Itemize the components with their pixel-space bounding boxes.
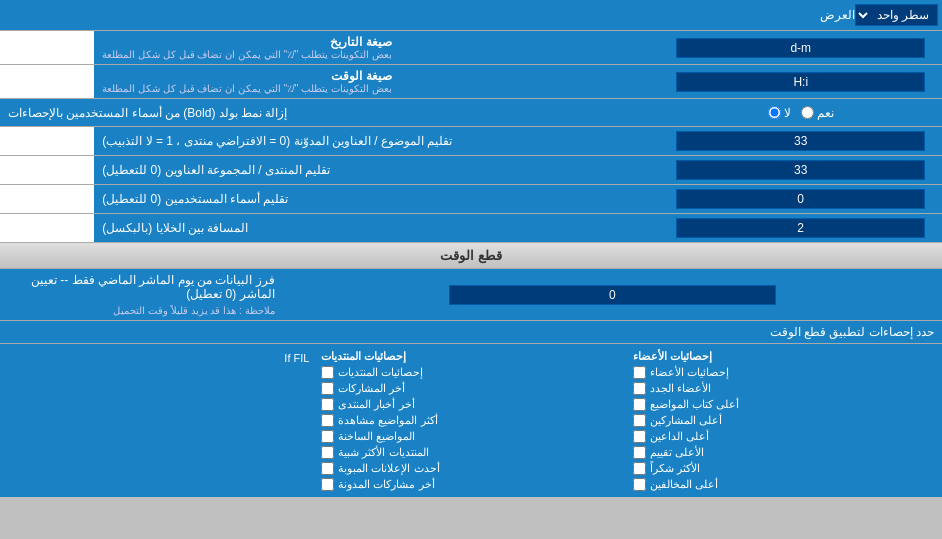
time-format-row: H:i صيغة الوقت بعض التكوينات يتطلب "/٪" …	[0, 65, 942, 99]
checkboxes-section: إحصائيات الأعضاء إحصائيات الأعضاء الأعضا…	[0, 344, 942, 497]
checkbox-label-top-participants: أعلى المشاركين	[650, 414, 722, 427]
fetch-label-cell: فرز البيانات من يوم الماشر الماضي فقط --…	[0, 269, 283, 320]
checkbox-item-forums-stats[interactable]: إحصائيات المنتديات	[321, 366, 620, 379]
checkbox-label-most-thanked: الأكثر شكراً	[650, 462, 700, 475]
checkbox-label-top-rated: الأعلى تقييم	[650, 446, 704, 459]
fetch-main-text: فرز البيانات من يوم الماشر الماضي فقط --…	[8, 273, 275, 301]
time-format-input[interactable]: H:i	[676, 72, 925, 92]
checkbox-label-members-stats: إحصائيات الأعضاء	[650, 366, 729, 379]
stats-header-row: حدد إحصاءات لتطبيق قطع الوقت	[0, 321, 942, 344]
radio-no-label: لا	[784, 106, 791, 120]
bold-radio-row: نعم لا إزالة نمط بولد (Bold) من أسماء ال…	[0, 99, 942, 127]
time-format-label-cell: صيغة الوقت بعض التكوينات يتطلب "/٪" التي…	[94, 65, 659, 98]
cell-spacing-row: المسافة بين الخلايا (بالبكسل)	[0, 214, 942, 243]
display-label: العرض	[820, 8, 855, 22]
checkbox-item-most-thanked[interactable]: الأكثر شكراً	[633, 462, 932, 475]
checkbox-item-header-forums: إحصائيات المنتديات	[321, 350, 620, 363]
forum-titles-row: تقليم المنتدى / المجموعة العناوين (0 للت…	[0, 156, 942, 185]
fetch-sub-text: ملاحظة : هذا قد يزيد قليلاً وقت التحميل	[113, 305, 274, 316]
checkbox-item-members-stats[interactable]: إحصائيات الأعضاء	[633, 366, 932, 379]
main-container: سطر واحد سطران ثلاثة أسطر العرض d-m صيغة…	[0, 0, 942, 497]
time-format-label-sub: بعض التكوينات يتطلب "/٪" التي يمكن ان تض…	[102, 83, 391, 94]
checkbox-item-header-members: إحصائيات الأعضاء	[633, 350, 932, 363]
stats-header-label: حدد إحصاءات لتطبيق قطع الوقت	[656, 325, 934, 339]
checkbox-item-top-rated[interactable]: الأعلى تقييم	[633, 446, 932, 459]
if-fil-text: If FIL	[10, 352, 309, 364]
checkbox-item-top-inviters[interactable]: أعلى الداعين	[633, 430, 932, 443]
topic-titles-label: تقليم الموضوع / العناوين المدوّنة (0 = ا…	[94, 127, 659, 155]
checkbox-item-most-similar[interactable]: المنتديات الأكثر شبية	[321, 446, 620, 459]
checkbox-top-rated[interactable]	[633, 446, 646, 459]
checkbox-item-last-news[interactable]: أخر أخبار المنتدى	[321, 398, 620, 411]
user-names-row: تقليم أسماء المستخدمين (0 للتعطيل)	[0, 185, 942, 214]
checkbox-item-most-viewed[interactable]: أكثر المواضيع مشاهدة	[321, 414, 620, 427]
display-select[interactable]: سطر واحد سطران ثلاثة أسطر	[855, 4, 938, 26]
user-names-label: تقليم أسماء المستخدمين (0 للتعطيل)	[94, 185, 659, 213]
checkbox-col-forums-title: إحصائيات المنتديات	[321, 350, 406, 363]
top-bar: سطر واحد سطران ثلاثة أسطر العرض	[0, 0, 942, 31]
radio-option-yes[interactable]: نعم	[801, 106, 834, 120]
checkbox-item-last-posts[interactable]: أخر المشاركات	[321, 382, 620, 395]
checkbox-most-thanked[interactable]	[633, 462, 646, 475]
cell-spacing-input-cell	[659, 214, 942, 242]
checkbox-top-posters[interactable]	[633, 398, 646, 411]
radio-option-no[interactable]: لا	[768, 106, 791, 120]
fetch-row: فرز البيانات من يوم الماشر الماضي فقط --…	[0, 269, 942, 321]
checkbox-members-stats[interactable]	[633, 366, 646, 379]
fetch-input[interactable]	[449, 285, 776, 305]
radio-input-cell: نعم لا	[659, 103, 942, 123]
checkbox-col-members: إحصائيات الأعضاء إحصائيات الأعضاء الأعضا…	[627, 348, 938, 493]
checkbox-label-forums-stats: إحصائيات المنتديات	[338, 366, 423, 379]
checkbox-top-violators[interactable]	[633, 478, 646, 491]
fetch-input-cell	[283, 269, 942, 320]
date-format-label-main: صيغة التاريخ	[102, 35, 391, 49]
topic-titles-input[interactable]	[676, 131, 925, 151]
checkbox-item-top-participants[interactable]: أعلى المشاركين	[633, 414, 932, 427]
checkbox-latest-classifieds[interactable]	[321, 462, 334, 475]
checkbox-most-similar[interactable]	[321, 446, 334, 459]
checkbox-new-members[interactable]	[633, 382, 646, 395]
date-format-input[interactable]: d-m	[676, 38, 925, 58]
checkbox-item-top-violators[interactable]: أعلى المخالفين	[633, 478, 932, 491]
date-format-label-sub: بعض التكوينات يتطلب "/٪" التي يمكن ان تض…	[102, 49, 391, 60]
checkbox-top-inviters[interactable]	[633, 430, 646, 443]
checkbox-label-new-members: الأعضاء الجدد	[650, 382, 711, 395]
checkbox-top-participants[interactable]	[633, 414, 646, 427]
checkbox-col-forums: إحصائيات المنتديات إحصائيات المنتديات أخ…	[315, 348, 626, 493]
section-header: قطع الوقت	[0, 243, 942, 269]
cell-spacing-input[interactable]	[676, 218, 925, 238]
checkbox-last-news[interactable]	[321, 398, 334, 411]
user-names-input-cell	[659, 185, 942, 213]
date-format-row: d-m صيغة التاريخ بعض التكوينات يتطلب "/٪…	[0, 31, 942, 65]
forum-titles-input-cell	[659, 156, 942, 184]
time-format-label-main: صيغة الوقت	[102, 69, 391, 83]
checkbox-label-hot-topics: المواضيع الساخنة	[338, 430, 415, 443]
checkbox-label-top-inviters: أعلى الداعين	[650, 430, 709, 443]
checkbox-item-new-members[interactable]: الأعضاء الجدد	[633, 382, 932, 395]
checkbox-forums-stats[interactable]	[321, 366, 334, 379]
checkbox-label-last-posts: أخر المشاركات	[338, 382, 405, 395]
checkbox-hot-topics[interactable]	[321, 430, 334, 443]
checkbox-label-most-viewed: أكثر المواضيع مشاهدة	[338, 414, 437, 427]
checkbox-col-extra: If FIL	[4, 348, 315, 493]
checkbox-item-top-posters[interactable]: أعلى كتاب المواضيع	[633, 398, 932, 411]
checkbox-last-blog-posts[interactable]	[321, 478, 334, 491]
checkbox-item-hot-topics[interactable]: المواضيع الساخنة	[321, 430, 620, 443]
checkbox-label-top-posters: أعلى كتاب المواضيع	[650, 398, 739, 411]
time-format-input-cell: H:i	[659, 65, 942, 98]
user-names-input[interactable]	[676, 189, 925, 209]
cell-spacing-label: المسافة بين الخلايا (بالبكسل)	[94, 214, 659, 242]
topic-titles-row: تقليم الموضوع / العناوين المدوّنة (0 = ا…	[0, 127, 942, 156]
date-format-label-cell: صيغة التاريخ بعض التكوينات يتطلب "/٪" ال…	[94, 31, 659, 64]
forum-titles-input[interactable]	[676, 160, 925, 180]
radio-yes-input[interactable]	[801, 106, 814, 119]
radio-no-input[interactable]	[768, 106, 781, 119]
checkbox-label-last-news: أخر أخبار المنتدى	[338, 398, 414, 411]
checkbox-label-latest-classifieds: أحدث الإعلانات المبوبة	[338, 462, 439, 475]
checkbox-item-latest-classifieds[interactable]: أحدث الإعلانات المبوبة	[321, 462, 620, 475]
checkbox-item-last-blog-posts[interactable]: أخر مشاركات المدونة	[321, 478, 620, 491]
bold-radio-label: إزالة نمط بولد (Bold) من أسماء المستخدمي…	[0, 102, 659, 124]
topic-titles-input-cell	[659, 127, 942, 155]
checkbox-most-viewed[interactable]	[321, 414, 334, 427]
checkbox-last-posts[interactable]	[321, 382, 334, 395]
